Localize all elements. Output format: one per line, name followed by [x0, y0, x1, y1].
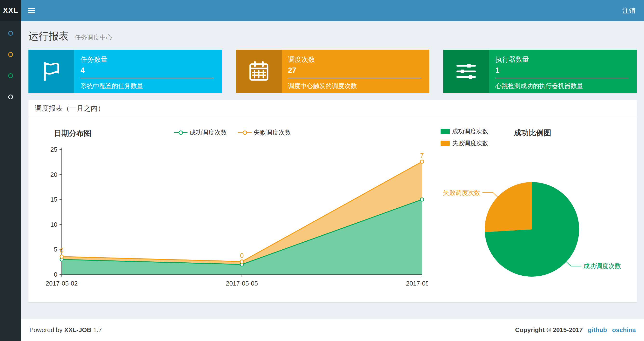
- divider: [495, 78, 628, 78]
- legend-swatch-icon: [440, 141, 450, 146]
- hamburger-icon: [28, 7, 35, 15]
- divider: [80, 78, 214, 78]
- stat-box-content: 调度次数 27 调度中心触发的调度次数: [282, 50, 430, 93]
- pie-chart-title: 成功比例图: [514, 128, 551, 138]
- legend-label: 成功调度次数: [190, 128, 227, 137]
- oschina-link[interactable]: oschina: [612, 326, 636, 333]
- stat-label: 任务数量: [80, 55, 214, 64]
- sidebar-item-3[interactable]: [0, 95, 21, 116]
- svg-text:25: 25: [50, 146, 57, 153]
- legend-label: 失败调度次数: [254, 128, 291, 137]
- svg-text:0: 0: [240, 252, 244, 259]
- stat-box-content: 执行器数量 1 心跳检测成功的执行器机器数量: [489, 50, 637, 93]
- svg-text:7: 7: [420, 152, 424, 159]
- panel-title: 调度报表（一月之内）: [28, 100, 637, 116]
- legend-line-marker-icon: [238, 130, 252, 135]
- app-logo[interactable]: XXL: [0, 0, 21, 21]
- footer-copyright: Copyright © 2015-2017 github oschina: [515, 326, 636, 334]
- legend-swatch-icon: [440, 129, 450, 134]
- pie-chart-block: 成功调度次数 失败调度次数 成功比例图 成功调度次数失败调度次数: [434, 123, 634, 295]
- content-area: 运行报表 任务调度中心 任务数量 4 系统中配置的任务数量: [21, 21, 644, 319]
- page-subtitle: 任务调度中心: [75, 34, 112, 41]
- svg-text:2017-05-02: 2017-05-02: [46, 280, 78, 287]
- svg-text:2017-05-08: 2017-05-08: [406, 280, 428, 287]
- page-title: 运行报表: [28, 30, 69, 42]
- stat-description: 系统中配置的任务数量: [80, 82, 214, 90]
- pie-legend-item-1[interactable]: 失败调度次数: [440, 139, 488, 147]
- calendar-icon: [236, 50, 282, 93]
- svg-text:5: 5: [54, 246, 57, 253]
- powered-by-text: Powered by: [30, 326, 62, 333]
- panel-body: 日期分布图 成功调度次数 失败调度次数 05101520252017-05-02…: [28, 116, 637, 302]
- circle-icon: [8, 95, 13, 99]
- sidebar-item-1[interactable]: [0, 52, 21, 73]
- stat-box-content: 任务数量 4 系统中配置的任务数量: [74, 50, 222, 93]
- stat-label: 调度次数: [288, 55, 421, 64]
- stat-value: 1: [495, 66, 628, 75]
- line-chart-title: 日期分布图: [54, 128, 91, 138]
- stat-description: 心跳检测成功的执行器机器数量: [495, 82, 628, 90]
- report-panel: 调度报表（一月之内） 日期分布图 成功调度次数 失败调度次数 051015202…: [28, 100, 637, 302]
- legend-label: 成功调度次数: [452, 127, 488, 135]
- product-name: XXL-JOB: [64, 326, 92, 333]
- svg-text:0: 0: [54, 271, 57, 278]
- divider: [288, 78, 421, 78]
- svg-text:0: 0: [60, 247, 64, 254]
- sidebar-item-2[interactable]: [0, 73, 21, 95]
- pie-legend-item-0[interactable]: 成功调度次数: [440, 127, 488, 135]
- legend-line-marker-icon: [174, 130, 188, 135]
- svg-text:成功调度次数: 成功调度次数: [583, 262, 621, 270]
- line-legend-item-0[interactable]: 成功调度次数: [174, 128, 227, 137]
- svg-text:失败调度次数: 失败调度次数: [443, 189, 480, 196]
- line-chart-legend: 成功调度次数 失败调度次数: [31, 123, 434, 137]
- page-header: 运行报表 任务调度中心: [21, 21, 644, 44]
- stat-value: 27: [288, 66, 421, 75]
- pie-chart-legend: 成功调度次数 失败调度次数: [440, 127, 488, 147]
- legend-label: 失败调度次数: [452, 139, 488, 147]
- navbar-content: 注销: [21, 0, 644, 21]
- stat-value: 4: [80, 66, 214, 75]
- footer-powered-by: Powered by XXL-JOB 1.7: [30, 326, 102, 334]
- sidebar-item-0[interactable]: [0, 31, 21, 52]
- pie-chart-svg: 成功调度次数失败调度次数: [434, 135, 634, 283]
- circle-icon: [8, 73, 13, 78]
- stat-box-triggers: 调度次数 27 调度中心触发的调度次数: [236, 50, 430, 93]
- logout-link[interactable]: 注销: [622, 6, 635, 15]
- stat-boxes-row: 任务数量 4 系统中配置的任务数量: [21, 44, 644, 93]
- svg-text:20: 20: [50, 171, 57, 178]
- stat-label: 执行器数量: [495, 55, 628, 64]
- svg-text:15: 15: [50, 196, 57, 203]
- stat-description: 调度中心触发的调度次数: [288, 82, 421, 90]
- line-legend-item-1[interactable]: 失败调度次数: [238, 128, 291, 137]
- copyright-text: Copyright © 2015-2017: [515, 326, 583, 333]
- line-chart-svg: 05101520252017-05-022017-05-052017-05-08…: [38, 139, 428, 295]
- sliders-icon: [443, 50, 489, 93]
- circle-icon: [8, 52, 13, 57]
- svg-text:2017-05-05: 2017-05-05: [226, 280, 258, 287]
- line-chart-block: 日期分布图 成功调度次数 失败调度次数 05101520252017-05-02…: [31, 123, 434, 295]
- sidebar: [0, 21, 21, 341]
- github-link[interactable]: github: [588, 326, 607, 333]
- stat-box-executors: 执行器数量 1 心跳检测成功的执行器机器数量: [443, 50, 637, 93]
- circle-icon: [8, 31, 13, 36]
- flag-icon: [28, 50, 74, 93]
- svg-text:10: 10: [50, 221, 57, 228]
- line-chart-header: 日期分布图 成功调度次数 失败调度次数: [31, 123, 434, 139]
- stat-box-jobs: 任务数量 4 系统中配置的任务数量: [28, 50, 222, 93]
- footer: Powered by XXL-JOB 1.7 Copyright © 2015-…: [21, 319, 644, 341]
- sidebar-toggle-button[interactable]: [21, 0, 42, 21]
- product-version: 1.7: [93, 326, 102, 333]
- top-navbar: XXL 注销: [0, 0, 644, 21]
